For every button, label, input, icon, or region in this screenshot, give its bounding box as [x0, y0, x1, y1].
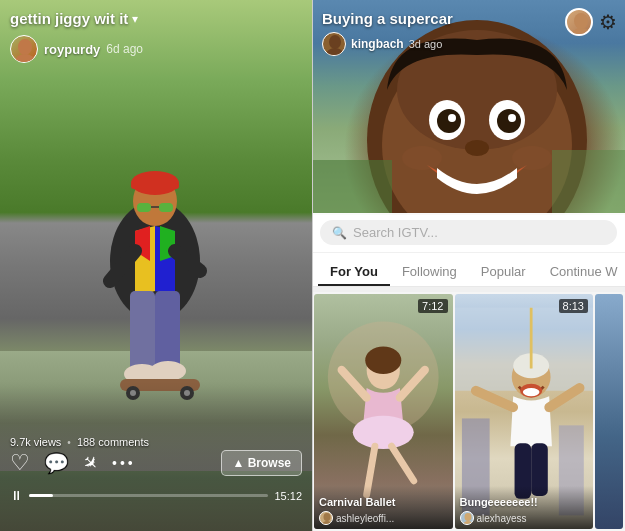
right-video-title: Buying a supercar [322, 10, 453, 27]
svg-point-36 [512, 146, 552, 170]
svg-point-43 [571, 28, 591, 36]
svg-point-34 [465, 140, 489, 156]
tabs-row: For You Following Popular Continue W [318, 259, 619, 286]
tab-popular[interactable]: Popular [469, 259, 538, 286]
video-card-2-title: Bungeeeeeee!! [460, 496, 589, 508]
video-card-1-info: Carnival Ballet ashleyleoffi... [314, 486, 453, 529]
svg-point-32 [448, 114, 456, 122]
video-title: gettin jiggy wit it [10, 10, 128, 27]
video-card-1[interactable]: 7:12 Carnival Ballet ashleyleoffi... [314, 294, 453, 529]
progress-fill [29, 494, 53, 497]
video-card-1-title: Carnival Ballet [319, 496, 448, 508]
profile-avatar-small[interactable] [565, 8, 593, 36]
comment-icon[interactable]: 💬 [44, 451, 69, 475]
video-card-2-author: alexhayess [477, 513, 527, 524]
svg-point-35 [402, 146, 442, 170]
video-card-1-duration: 7:12 [418, 299, 447, 313]
search-section: 🔍 Search IGTV... [312, 213, 625, 252]
left-progress-row: ⏸ 15:12 [10, 488, 302, 503]
more-options-icon[interactable]: ••• [112, 455, 136, 471]
right-username: kingbach [351, 37, 404, 51]
video-card-2[interactable]: 8:13 Bungeeeeeee!! alexhayess [455, 294, 594, 529]
stats-dot: • [67, 437, 71, 448]
svg-line-51 [392, 446, 414, 481]
title-arrow: ▾ [132, 12, 138, 26]
svg-point-16 [150, 361, 186, 381]
svg-point-40 [329, 35, 341, 49]
tabs-section: For You Following Popular Continue W [312, 253, 625, 287]
svg-point-53 [324, 513, 331, 521]
svg-line-58 [475, 391, 512, 408]
svg-point-52 [365, 346, 401, 374]
svg-point-61 [522, 388, 539, 396]
svg-rect-13 [130, 291, 155, 371]
heart-icon[interactable]: ♡ [10, 450, 30, 476]
right-title-row: Buying a supercar [322, 10, 453, 27]
svg-point-23 [15, 54, 35, 63]
svg-point-42 [574, 13, 588, 29]
left-stats-row: 9.7k views • 188 comments [10, 436, 149, 448]
left-avatar [10, 35, 38, 63]
search-placeholder: Search IGTV... [353, 225, 438, 240]
left-actions-row: ♡ 💬 ✈ ••• ▲ Browse [10, 450, 302, 476]
svg-point-49 [353, 416, 414, 449]
tab-continue[interactable]: Continue W [538, 259, 619, 286]
left-username: roypurdy [44, 42, 100, 57]
gear-icon[interactable]: ⚙ [599, 10, 617, 34]
duration-label: 15:12 [274, 490, 302, 502]
right-avatar [322, 32, 346, 56]
svg-rect-14 [155, 291, 180, 371]
svg-rect-9 [159, 203, 173, 212]
video-card-1-avatar [319, 511, 333, 525]
svg-rect-7 [131, 183, 179, 189]
search-bar[interactable]: 🔍 Search IGTV... [320, 220, 617, 245]
video-card-1-author-row: ashleyleoffi... [319, 511, 448, 525]
left-title-row: gettin jiggy wit it ▾ [10, 10, 302, 27]
search-icon: 🔍 [332, 226, 347, 240]
left-video-panel: gettin jiggy wit it ▾ roypurdy 6d ago 9.… [0, 0, 312, 531]
top-right-icons: ⚙ [565, 8, 617, 36]
video-grid: 7:12 Carnival Ballet ashleyleoffi... [312, 292, 625, 531]
video-card-2-info: Bungeeeeeee!! alexhayess [455, 486, 594, 529]
tab-for-you[interactable]: For You [318, 259, 390, 286]
svg-point-22 [18, 39, 32, 55]
left-user-row: roypurdy 6d ago [10, 35, 143, 63]
comments-stat: 188 comments [77, 436, 149, 448]
left-time: 6d ago [106, 42, 143, 56]
svg-point-33 [508, 114, 516, 122]
views-stat: 9.7k views [10, 436, 61, 448]
svg-point-31 [497, 109, 521, 133]
share-icon[interactable]: ✈ [77, 450, 103, 476]
progress-bar[interactable] [29, 494, 268, 497]
panel-divider [312, 0, 313, 531]
svg-line-59 [549, 388, 579, 407]
svg-point-68 [463, 521, 473, 525]
video-card-3-bg [595, 294, 623, 529]
right-header: Buying a supercar kingbach 3d ago [322, 10, 453, 56]
video-card-2-author-row: alexhayess [460, 511, 589, 525]
video-card-2-duration: 8:13 [559, 299, 588, 313]
right-time: 3d ago [409, 38, 443, 50]
pause-icon[interactable]: ⏸ [10, 488, 23, 503]
browse-button[interactable]: ▲ Browse [221, 450, 302, 476]
right-user-row: kingbach 3d ago [322, 32, 453, 56]
svg-rect-38 [312, 160, 392, 215]
svg-point-54 [322, 521, 332, 525]
video-card-1-author: ashleyleoffi... [336, 513, 394, 524]
svg-rect-39 [552, 150, 625, 215]
svg-rect-8 [137, 203, 151, 212]
svg-point-41 [326, 48, 344, 56]
svg-point-67 [464, 513, 471, 521]
svg-point-30 [437, 109, 461, 133]
video-card-3[interactable] [595, 294, 623, 529]
right-video-panel: Buying a supercar kingbach 3d ago ⚙ 🔍 [312, 0, 625, 531]
tab-following[interactable]: Following [390, 259, 469, 286]
video-card-2-avatar [460, 511, 474, 525]
